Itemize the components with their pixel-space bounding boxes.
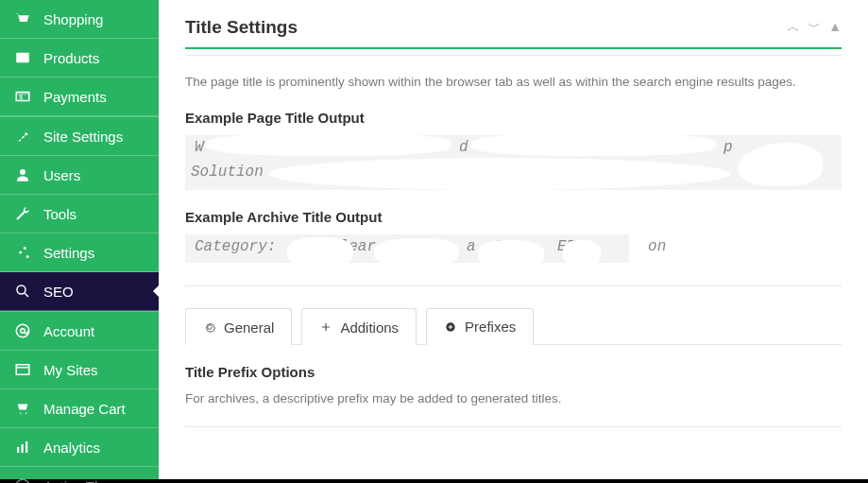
main-content: Title Settings ︿ ﹀ ▲ The page title is p…	[159, 0, 868, 479]
panel-description: The page title is prominently shown with…	[185, 75, 842, 89]
panel-controls: ︿ ﹀ ▲	[787, 19, 842, 36]
gear-icon	[203, 320, 216, 334]
example-text-fragment: d	[459, 139, 468, 156]
sidebar-item-label: Shopping	[43, 11, 103, 27]
sidebar-item-label: Tools	[43, 206, 77, 222]
panel-title: Title Settings	[185, 17, 298, 38]
search-icon	[13, 282, 32, 301]
divider	[185, 55, 842, 56]
sidebar-item-label: Analytics	[43, 440, 100, 456]
sidebar-item-my-sites[interactable]: My Sites	[0, 351, 159, 389]
tab-label: General	[224, 319, 274, 336]
products-icon	[13, 48, 32, 67]
svg-point-8	[17, 285, 26, 294]
sidebar-item-tools[interactable]: Tools	[0, 195, 159, 233]
prefix-options-label: Title Prefix Options	[185, 364, 842, 380]
sidebar-item-label: SEO	[43, 284, 74, 300]
tab-label: Prefixes	[465, 319, 516, 335]
user-icon	[13, 165, 32, 184]
divider	[185, 426, 842, 427]
sidebar-item-label: Users	[43, 167, 80, 183]
sidebar-item-label: Payments	[43, 89, 107, 105]
example-text-fragment: p	[723, 139, 733, 156]
at-icon	[13, 321, 32, 340]
window-icon	[13, 360, 32, 379]
title-settings-panel: Title Settings ︿ ﹀ ▲ The page title is p…	[185, 0, 842, 427]
example-page-title-label: Example Page Title Output	[185, 110, 842, 126]
sliders-icon	[13, 243, 32, 262]
sidebar-item-settings[interactable]: Settings	[0, 233, 159, 272]
sidebar-item-label: Products	[43, 50, 99, 66]
svg-point-7	[26, 255, 29, 258]
wrench-icon	[13, 204, 32, 223]
example-archive-title-label: Example Archive Title Output	[185, 209, 842, 225]
pin-icon	[13, 127, 32, 146]
sidebar: Shopping Products $ Payments Site Settin…	[0, 0, 159, 479]
plus-icon	[319, 320, 332, 334]
svg-point-15	[16, 479, 29, 483]
prefix-options-description: For archives, a descriptive prefix may b…	[185, 391, 842, 405]
sidebar-item-label: Site Settings	[43, 129, 123, 145]
sidebar-item-label: Account	[43, 323, 94, 339]
svg-rect-12	[17, 447, 19, 453]
tab-label: Additions	[340, 319, 399, 336]
svg-rect-13	[22, 444, 24, 453]
chevron-up-icon[interactable]: ︿	[787, 19, 800, 36]
sidebar-item-label: Settings	[43, 245, 94, 261]
chevron-down-icon[interactable]: ﹀	[808, 19, 821, 36]
tab-general[interactable]: General	[185, 308, 292, 345]
example-text-fragment: W	[195, 139, 204, 156]
sidebar-item-payments[interactable]: $ Payments	[0, 78, 159, 116]
plus-circle-icon	[444, 320, 457, 334]
svg-text:$: $	[19, 94, 23, 100]
sidebar-item-site-settings[interactable]: Site Settings	[0, 117, 159, 156]
payments-icon: $	[13, 87, 32, 106]
example-page-title-output: W d p Solution	[185, 135, 842, 190]
sidebar-item-seo[interactable]: SEO	[0, 272, 159, 311]
triangle-up-icon[interactable]: ▲	[828, 19, 842, 36]
sidebar-item-manage-cart[interactable]: Manage Cart	[0, 389, 159, 428]
panel-header: Title Settings ︿ ﹀ ▲	[185, 17, 842, 49]
shopping-icon	[13, 9, 32, 28]
tabs: General Additions Prefixes	[185, 307, 842, 345]
tab-additions[interactable]: Additions	[301, 308, 417, 345]
svg-point-4	[20, 169, 26, 175]
cart-icon	[13, 399, 32, 418]
sidebar-item-users[interactable]: Users	[0, 156, 159, 195]
svg-point-6	[19, 251, 22, 254]
chart-icon	[13, 438, 32, 457]
sidebar-item-analytics[interactable]: Analytics	[0, 428, 159, 467]
example-archive-title-output: Category: E lear a Sma ERP on	[185, 234, 629, 263]
sidebar-item-products[interactable]: Products	[0, 39, 159, 78]
svg-rect-11	[16, 365, 29, 375]
sidebar-item-shopping[interactable]: Shopping	[0, 0, 159, 39]
theme-icon	[13, 476, 32, 483]
sidebar-item-active-theme[interactable]: Active Theme	[0, 467, 159, 483]
sidebar-item-account[interactable]: Account	[0, 312, 159, 351]
svg-point-5	[24, 247, 26, 250]
svg-rect-14	[26, 441, 27, 453]
sidebar-item-label: Active Theme	[43, 478, 129, 484]
example-text-fragment: Solution	[191, 164, 264, 181]
svg-rect-0	[16, 53, 29, 63]
sidebar-item-label: Manage Cart	[43, 401, 126, 417]
divider	[185, 285, 842, 286]
sidebar-item-label: My Sites	[43, 362, 98, 378]
tab-prefixes[interactable]: Prefixes	[426, 308, 534, 345]
